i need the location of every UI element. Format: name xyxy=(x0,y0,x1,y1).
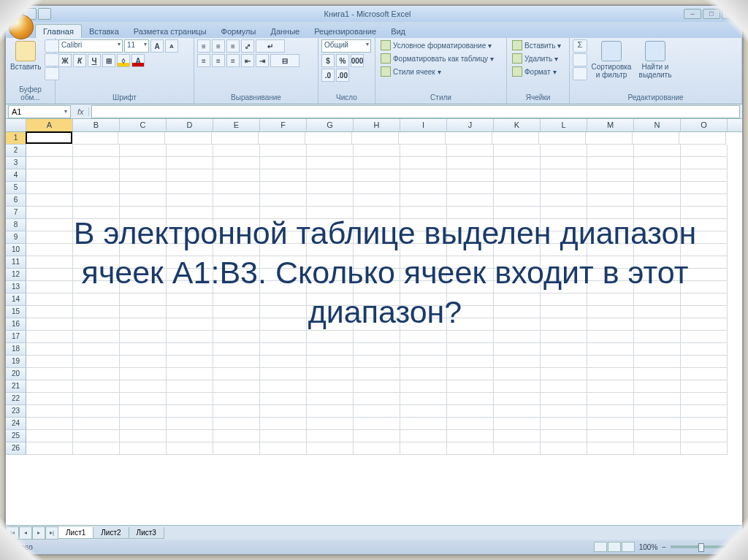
cell[interactable] xyxy=(541,169,587,182)
cell[interactable] xyxy=(541,430,587,442)
cell[interactable] xyxy=(307,281,354,294)
cell[interactable] xyxy=(167,393,213,405)
cell[interactable] xyxy=(494,442,541,455)
cell[interactable] xyxy=(354,331,400,343)
cell[interactable] xyxy=(587,356,634,368)
tab-insert[interactable]: Вставка xyxy=(82,25,126,38)
cell[interactable] xyxy=(494,269,541,281)
cell[interactable] xyxy=(73,294,120,306)
cell[interactable] xyxy=(447,393,494,405)
cell[interactable] xyxy=(120,318,167,331)
cell[interactable] xyxy=(213,393,260,405)
row-header-4[interactable]: 4 xyxy=(6,169,26,182)
grow-font[interactable]: A xyxy=(150,39,164,53)
cell[interactable] xyxy=(634,281,681,294)
cell[interactable] xyxy=(167,244,213,256)
cell[interactable] xyxy=(26,281,73,294)
cell[interactable] xyxy=(681,393,728,405)
cell[interactable] xyxy=(307,393,354,405)
cell[interactable] xyxy=(447,269,494,281)
cell[interactable] xyxy=(587,244,634,256)
cell[interactable] xyxy=(400,182,447,194)
cell[interactable] xyxy=(120,256,167,269)
cell[interactable] xyxy=(73,442,120,455)
row-header-20[interactable]: 20 xyxy=(6,368,26,380)
cell[interactable] xyxy=(354,244,400,256)
cell[interactable] xyxy=(260,256,307,269)
cell[interactable] xyxy=(634,393,681,405)
cell[interactable] xyxy=(447,430,494,442)
clear-button[interactable] xyxy=(573,67,587,80)
cell[interactable] xyxy=(259,132,305,145)
cell[interactable] xyxy=(73,145,120,157)
row-header-13[interactable]: 13 xyxy=(6,281,26,294)
cell[interactable] xyxy=(260,281,307,294)
cell[interactable] xyxy=(447,306,494,318)
cell[interactable] xyxy=(307,368,354,380)
sheet-tab-3[interactable]: Лист3 xyxy=(129,527,164,539)
cell[interactable] xyxy=(167,207,213,219)
row-header-12[interactable]: 12 xyxy=(6,269,26,281)
cell[interactable] xyxy=(354,318,400,331)
cell[interactable] xyxy=(260,368,307,380)
cell[interactable] xyxy=(587,256,634,269)
row-header-9[interactable]: 9 xyxy=(6,231,26,244)
cell[interactable] xyxy=(213,281,260,294)
cell[interactable] xyxy=(587,207,634,219)
cell[interactable] xyxy=(167,331,213,343)
cell[interactable] xyxy=(492,132,539,145)
cell[interactable] xyxy=(307,157,354,169)
cell[interactable] xyxy=(73,256,120,269)
row-header-1[interactable]: 1 xyxy=(6,132,26,145)
cell[interactable] xyxy=(213,269,260,281)
cell[interactable] xyxy=(354,294,400,306)
cell[interactable] xyxy=(634,231,681,244)
cell[interactable] xyxy=(118,132,165,145)
cell[interactable] xyxy=(634,157,681,169)
cell[interactable] xyxy=(634,194,681,207)
cell[interactable] xyxy=(260,244,307,256)
cell[interactable] xyxy=(260,269,307,281)
cell[interactable] xyxy=(120,393,167,405)
cell[interactable] xyxy=(541,231,587,244)
align-center[interactable]: ≡ xyxy=(212,54,225,67)
cell[interactable] xyxy=(681,343,728,356)
cell[interactable] xyxy=(494,405,541,418)
cell[interactable] xyxy=(120,269,167,281)
cell[interactable] xyxy=(307,244,354,256)
cell[interactable] xyxy=(120,169,167,182)
cell[interactable] xyxy=(26,157,73,169)
cell[interactable] xyxy=(541,157,587,169)
cell[interactable] xyxy=(260,331,307,343)
autosum-button[interactable]: Σ xyxy=(573,39,587,53)
dec-decimal[interactable]: .00 xyxy=(336,69,349,82)
cell[interactable] xyxy=(354,157,400,169)
align-right[interactable]: ≡ xyxy=(226,54,240,67)
cell[interactable] xyxy=(213,356,260,368)
cell[interactable] xyxy=(260,356,307,368)
cell[interactable] xyxy=(494,231,541,244)
format-cells[interactable]: Формат▾ xyxy=(510,66,559,77)
cell[interactable] xyxy=(681,294,728,306)
align-top[interactable]: ≡ xyxy=(197,39,210,53)
cell[interactable] xyxy=(541,405,587,418)
cell[interactable] xyxy=(587,182,634,194)
cell[interactable] xyxy=(634,318,681,331)
cell[interactable] xyxy=(260,380,307,393)
cell[interactable] xyxy=(120,244,167,256)
row-header-23[interactable]: 23 xyxy=(6,405,26,418)
cell[interactable] xyxy=(120,182,167,194)
cell[interactable] xyxy=(587,269,634,281)
cell[interactable] xyxy=(634,430,681,442)
cell[interactable] xyxy=(120,231,167,244)
cell[interactable] xyxy=(633,132,679,145)
cell[interactable] xyxy=(167,343,213,356)
cell[interactable] xyxy=(120,405,167,418)
cell[interactable] xyxy=(354,145,400,157)
cell[interactable] xyxy=(72,132,118,145)
cell[interactable] xyxy=(400,169,447,182)
cell[interactable] xyxy=(447,442,494,455)
cell[interactable] xyxy=(400,294,447,306)
cell[interactable] xyxy=(541,269,587,281)
cell[interactable] xyxy=(213,318,260,331)
